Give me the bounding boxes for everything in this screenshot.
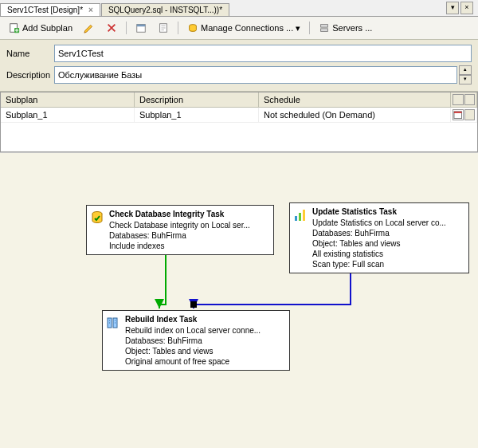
toolbar-button-b[interactable] [154, 20, 173, 36]
task-title: Check Database Integrity Task [109, 209, 268, 219]
add-subplan-label: Add Subplan [22, 23, 72, 33]
chevron-down-icon: ▾ [296, 23, 300, 33]
servers-label: Servers ... [332, 23, 372, 33]
col-schedule[interactable]: Schedule [259, 92, 451, 107]
edit-subplan-button[interactable] [80, 20, 99, 36]
schedule-edit-button[interactable] [453, 109, 464, 120]
col-actions [451, 92, 477, 107]
scroll-down-icon[interactable]: ▾ [459, 75, 472, 84]
task-check-integrity[interactable]: Check Database Integrity Task Check Data… [86, 205, 274, 255]
connectors [0, 153, 478, 448]
description-label: Description [6, 70, 54, 80]
svg-rect-6 [321, 25, 328, 28]
form-panel: Name Description ▴ ▾ [0, 40, 478, 92]
svg-rect-3 [137, 25, 146, 27]
description-input[interactable] [54, 66, 457, 84]
toolbar: Add Subplan Manage Connections ... ▾ Ser… [0, 17, 478, 40]
svg-rect-7 [321, 29, 328, 32]
task-line: Databases: BuhFirma [312, 228, 464, 238]
task-line: Object: Tables and views [125, 346, 284, 356]
grid-header-button[interactable] [464, 94, 476, 105]
task-line: Rebuild index on Local server conne... [125, 325, 284, 336]
delete-icon [106, 22, 117, 33]
task-line: All existing statistics [312, 249, 464, 259]
task-rebuild-index[interactable]: Rebuild Index Task Rebuild index on Loca… [102, 310, 290, 371]
grid-header-button[interactable] [453, 94, 464, 105]
task-line: Scan type: Full scan [312, 259, 464, 269]
rebuild-index-icon [106, 316, 120, 330]
separator [309, 22, 310, 34]
task-line: Original amount of free space [125, 356, 284, 367]
cell-description: Subplan_1 [135, 108, 259, 122]
tab-label: Serv1CTest [Design]* [7, 6, 83, 14]
task-title: Rebuild Index Task [125, 314, 284, 324]
toolbar-button-a[interactable] [131, 20, 151, 36]
delete-subplan-button[interactable] [102, 20, 121, 36]
report-icon [158, 22, 169, 33]
separator [178, 22, 178, 34]
grid-header: Subplan Description Schedule [1, 92, 477, 108]
separator [126, 22, 127, 34]
svg-rect-12 [190, 301, 197, 308]
svg-rect-9 [454, 112, 462, 113]
task-line: Databases: BuhFirma [109, 230, 268, 241]
server-icon [319, 22, 330, 33]
col-description[interactable]: Description [135, 92, 259, 107]
add-subplan-icon [9, 22, 20, 33]
add-subplan-button[interactable]: Add Subplan [5, 20, 76, 36]
tab-design[interactable]: Serv1CTest [Design]* × [0, 3, 100, 16]
task-line: Check Database integrity on Local ser... [109, 220, 268, 230]
calendar-icon [135, 22, 147, 33]
col-subplan[interactable]: Subplan [1, 92, 135, 107]
scroll-up-icon[interactable]: ▴ [459, 65, 472, 75]
manage-connections-button[interactable]: Manage Connections ... ▾ [183, 20, 304, 36]
name-input[interactable] [54, 45, 472, 62]
cell-subplan: Subplan_1 [1, 108, 135, 122]
design-canvas[interactable]: Check Database Integrity Task Check Data… [0, 152, 478, 448]
schedule-delete-button[interactable] [464, 109, 476, 120]
connections-icon [187, 22, 198, 33]
document-tabs: Serv1CTest [Design]* × SQLQuery2.sql - I… [0, 0, 478, 17]
name-label: Name [6, 49, 54, 58]
task-update-statistics[interactable]: Update Statistics Task Update Statistics… [289, 202, 469, 273]
svg-rect-15 [299, 213, 301, 221]
statistics-icon [293, 208, 308, 222]
window-dropdown-icon[interactable]: ▾ [446, 2, 459, 14]
task-line: Databases: BuhFirma [125, 336, 284, 346]
subplan-grid: Subplan Description Schedule Subplan_1 S… [0, 92, 478, 152]
manage-connections-label: Manage Connections ... [201, 23, 293, 33]
pencil-icon [84, 22, 95, 33]
database-check-icon [90, 210, 104, 225]
cell-schedule: Not scheduled (On Demand) [259, 108, 451, 122]
svg-rect-14 [295, 216, 297, 221]
task-line: Object: Tables and views [312, 238, 464, 249]
close-icon[interactable]: × [460, 2, 473, 14]
task-title: Update Statistics Task [312, 206, 464, 217]
task-line: Include indexes [109, 241, 268, 251]
table-row[interactable]: Subplan_1 Subplan_1 Not scheduled (On De… [1, 108, 477, 123]
tab-sqlquery[interactable]: SQLQuery2.sql - INSTSQLT...))* [101, 3, 229, 16]
tab-label: SQLQuery2.sql - INSTSQLT...))* [108, 6, 222, 14]
close-icon[interactable]: × [88, 6, 93, 14]
task-line: Update Statistics on Local server co... [312, 218, 464, 228]
servers-button[interactable]: Servers ... [315, 20, 376, 36]
svg-rect-16 [303, 210, 305, 221]
